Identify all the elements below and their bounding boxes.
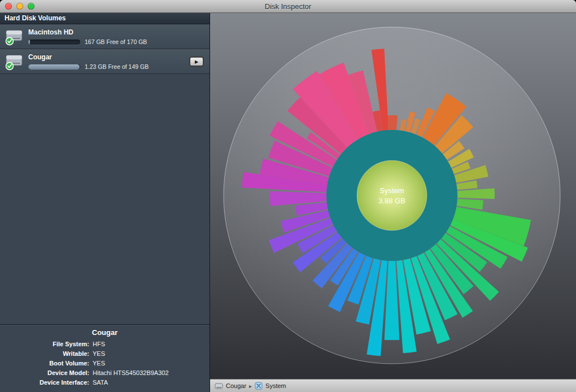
volume-name: Macintosh HD [28, 28, 205, 36]
volume-usage-bar [28, 40, 80, 45]
scan-volume-button[interactable]: ▶ [189, 56, 204, 67]
traffic-lights [5, 3, 34, 10]
window-title: Disk Inspector [0, 2, 576, 11]
hard-drive-icon [5, 53, 24, 71]
center-size-label: 3.88 GB [378, 197, 405, 205]
volume-usage-bar [28, 64, 80, 69]
zoom-button[interactable] [28, 3, 34, 10]
volume-free-label: 167 GB Free of 170 GB [85, 38, 147, 45]
volume-free-label: 1.23 GB Free of 149 GB [85, 63, 149, 70]
breadcrumb-item-system[interactable]: System [265, 382, 286, 389]
sidebar-empty-area [0, 74, 210, 324]
detail-row-writable: Writable: YES [0, 349, 210, 359]
hard-drive-icon [5, 28, 24, 46]
chart-area: System 3.88 GB Cougar ▸ System [210, 13, 576, 392]
detail-row-file-system: File System: HFS [0, 339, 210, 349]
check-badge-icon [6, 63, 14, 70]
detail-row-device-model: Device Model: Hitachi HTS545032B9A302 [0, 368, 210, 378]
sunburst-center[interactable] [357, 160, 427, 230]
titlebar[interactable]: Disk Inspector [0, 0, 576, 13]
close-button[interactable] [5, 3, 12, 10]
path-bar: Cougar ▸ System [210, 379, 576, 392]
center-folder-label: System [379, 186, 404, 195]
minimize-button[interactable] [16, 3, 23, 10]
volume-row-macintosh-hd[interactable]: Macintosh HD 167 GB Free of 170 GB [0, 24, 210, 49]
play-icon: ▶ [195, 59, 198, 64]
volume-row-cougar[interactable]: Cougar 1.23 GB Free of 149 GB ▶ [0, 49, 210, 74]
breadcrumb-separator-icon: ▸ [249, 383, 252, 389]
detail-row-boot-volume: Boot Volume: YES [0, 359, 210, 368]
disk-inspector-window: Disk Inspector Hard Disk Volumes [0, 0, 576, 392]
check-badge-icon [6, 38, 14, 45]
disk-icon-small [215, 382, 223, 390]
sidebar-header: Hard Disk Volumes [0, 13, 210, 24]
breadcrumb-item-cougar[interactable]: Cougar [226, 382, 246, 389]
sunburst-chart[interactable]: System 3.88 GB [210, 13, 575, 379]
volume-details-panel: Cougar File System: HFS Writable: YES Bo… [0, 324, 210, 392]
detail-row-device-interface: Device Interface: SATA [0, 378, 210, 387]
system-folder-icon-small [255, 382, 263, 390]
details-title: Cougar [0, 328, 210, 337]
volume-name: Cougar [28, 53, 205, 61]
sidebar: Hard Disk Volumes Macintosh HD [0, 13, 210, 392]
